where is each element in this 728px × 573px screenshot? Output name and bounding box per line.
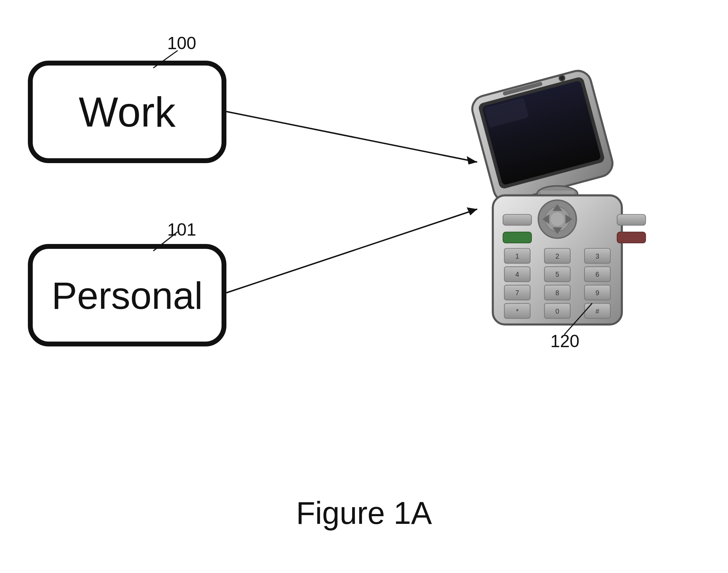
personal-label: Personal <box>52 273 203 318</box>
svg-line-47 <box>226 112 477 162</box>
personal-box: Personal <box>28 244 226 346</box>
phone-illustration: 1 2 3 4 5 6 7 8 9 * 0 # <box>453 66 662 338</box>
svg-text:5: 5 <box>556 271 559 278</box>
svg-text:9: 9 <box>596 289 599 297</box>
svg-text:6: 6 <box>596 271 599 278</box>
svg-text:2: 2 <box>556 252 559 260</box>
phone-svg: 1 2 3 4 5 6 7 8 9 * 0 # <box>453 66 662 338</box>
svg-text:7: 7 <box>516 289 519 297</box>
svg-text:0: 0 <box>556 307 559 315</box>
figure-caption: Figure 1A <box>296 495 432 531</box>
ref-101-label: 101 <box>167 220 196 240</box>
work-label: Work <box>79 88 176 136</box>
svg-line-49 <box>226 209 477 293</box>
ref-100-label: 100 <box>167 33 196 53</box>
svg-rect-17 <box>503 214 532 225</box>
svg-rect-20 <box>617 232 646 243</box>
svg-rect-19 <box>503 232 532 243</box>
diagram-container: 100 Work 101 Personal 120 <box>0 0 728 573</box>
svg-text:1: 1 <box>516 252 519 260</box>
svg-point-12 <box>551 212 564 226</box>
svg-text:#: # <box>596 307 599 315</box>
svg-text:*: * <box>516 307 519 315</box>
svg-rect-18 <box>617 214 646 225</box>
work-box: Work <box>28 61 226 163</box>
svg-text:3: 3 <box>596 252 599 260</box>
svg-text:8: 8 <box>556 289 559 297</box>
svg-text:4: 4 <box>516 271 519 278</box>
